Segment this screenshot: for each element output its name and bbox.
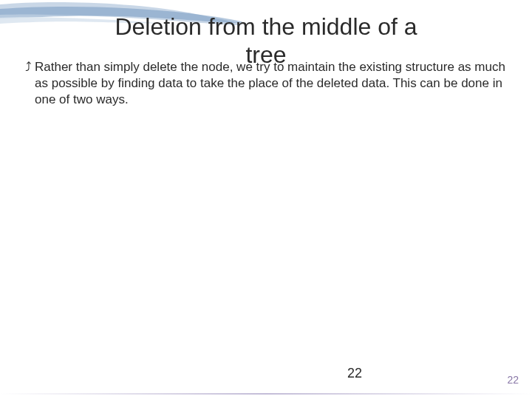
bullet-icon: ⤴ <box>25 59 32 75</box>
slide-title-line1: Deletion from the middle of a <box>115 13 417 40</box>
slide-body: ⤴ Rather than simply delete the node, we… <box>25 59 507 107</box>
page-number-center: 22 <box>0 366 532 381</box>
bullet-text: Rather than simply delete the node, we t… <box>35 59 507 107</box>
footer-underline <box>0 393 532 395</box>
page-number-corner: 22 <box>507 374 519 386</box>
bullet-item: ⤴ Rather than simply delete the node, we… <box>25 59 507 107</box>
